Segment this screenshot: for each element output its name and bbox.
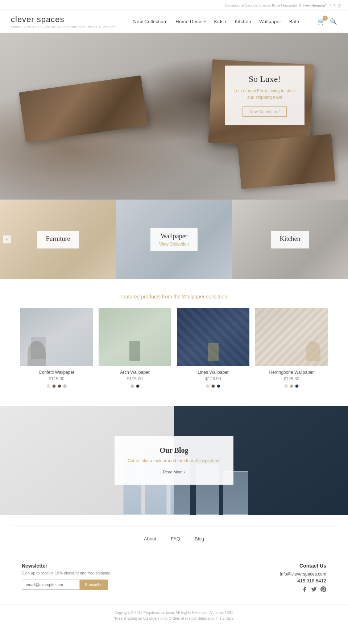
facebook-icon[interactable]: / [330, 2, 331, 8]
twitter-icon[interactable]: t [334, 2, 336, 8]
contact-email: info@cleverspaces.com [280, 572, 326, 577]
product-image-herringbone [255, 308, 328, 366]
top-bar-text: Exceptional Service, Lowest Price Guaran… [225, 3, 327, 7]
footer-nav-about[interactable]: About [144, 536, 156, 541]
copyright-line1: Copyright © 2016 Propitious Jackson. All… [11, 610, 337, 616]
featured-heading-link[interactable]: Wallpaper [182, 294, 205, 300]
blog-section: Our Blog Come take a look around for ide… [0, 406, 348, 515]
product-card-lines[interactable]: Lines Wallpaper $126.50 [177, 308, 249, 388]
cart-badge: 1 [323, 16, 328, 21]
blog-read-more-link[interactable]: Read More › [163, 470, 185, 474]
cart-icon[interactable]: 🛒 1 [318, 18, 326, 26]
featured-heading: Featured products from the Wallpaper col… [11, 294, 337, 300]
logo-title: clever spaces [11, 15, 115, 24]
hero-title: So Luxe! [232, 74, 297, 84]
product-colors-lines [177, 384, 249, 388]
product-image-arch [99, 308, 171, 366]
category-kitchen-label: Kitchen [271, 231, 309, 248]
newsletter-title: Newsletter [22, 563, 112, 569]
color-dot[interactable] [206, 384, 210, 388]
product-price-lines: $126.50 [177, 376, 249, 381]
product-colors-herringbone [255, 384, 328, 388]
color-dot[interactable] [136, 384, 140, 388]
product-card-arch[interactable]: Arch Wallpaper $115.00 [99, 308, 171, 388]
newsletter-email-input[interactable] [22, 580, 80, 590]
newsletter-section: Newsletter Sign up to receive 10% discou… [22, 563, 112, 594]
category-kitchen[interactable]: Kitchen [232, 200, 348, 279]
nav-kids-arrow: ▾ [225, 20, 227, 24]
blog-subtitle: Come take a look around for ideas & insp… [128, 457, 220, 464]
color-dot[interactable] [295, 384, 299, 388]
blog-overlay: Our Blog Come take a look around for ide… [115, 436, 233, 485]
footer-bottom: Newsletter Sign up to receive 10% discou… [0, 552, 348, 605]
color-dot[interactable] [217, 384, 220, 388]
pinterest-icon[interactable]: p [339, 2, 341, 8]
newsletter-form: Subscribe [22, 580, 112, 590]
color-dot[interactable] [52, 384, 56, 388]
color-dot[interactable] [130, 384, 134, 388]
newsletter-subtitle: Sign up to receive 10% discount and free… [22, 571, 112, 575]
category-wallpaper-title: Wallpaper [159, 233, 189, 240]
hero-cta-button[interactable]: New Collection! [243, 106, 287, 117]
category-furniture[interactable]: ‹ Furniture [0, 200, 116, 279]
featured-heading-prefix: Featured products from the [119, 294, 181, 300]
nav-kitchen[interactable]: Kitchen [235, 19, 251, 24]
nav-home-decor-arrow: ▾ [204, 20, 206, 24]
contact-section: Contact Us info@cleverspaces.com 415.318… [280, 563, 326, 594]
category-furniture-label: Furniture [37, 231, 79, 248]
logo-area[interactable]: clever spaces FERM LIVING'S OFFICIAL RET… [11, 15, 115, 28]
color-dot[interactable] [211, 384, 215, 388]
color-dot[interactable] [290, 384, 293, 388]
nav-wallpaper[interactable]: Wallpaper [259, 19, 281, 24]
footer-nav: About FAQ Blog [11, 526, 337, 552]
product-name-herringbone: Herringbone Wallpaper [255, 370, 328, 375]
category-prev-arrow[interactable]: ‹ [3, 235, 11, 243]
category-wallpaper[interactable]: Wallpaper View Collection [116, 200, 232, 279]
hero-overlay: So Luxe! Lots of new Ferm Living in stoc… [225, 66, 304, 125]
category-furniture-title: Furniture [46, 235, 70, 243]
nav-bath[interactable]: Bath [289, 19, 299, 24]
color-dot[interactable] [47, 384, 50, 388]
newsletter-subscribe-button[interactable]: Subscribe [80, 580, 108, 590]
contact-facebook-icon[interactable] [302, 586, 307, 594]
product-name-arch: Arch Wallpaper [99, 370, 171, 375]
contact-pinterest-icon[interactable] [320, 586, 326, 594]
color-dot[interactable] [63, 384, 67, 388]
copyright-section: Copyright © 2016 Propitious Jackson. All… [0, 605, 348, 629]
contact-title: Contact Us [280, 563, 326, 569]
category-strip: ‹ Furniture Wallpaper View Collection Ki… [0, 200, 348, 279]
contact-socials [280, 586, 326, 594]
nav-home-decor[interactable]: Home Decor ▾ [175, 19, 206, 24]
category-wallpaper-link[interactable]: View Collection [159, 242, 189, 247]
color-dot[interactable] [58, 384, 61, 388]
hero-board-3 [237, 134, 335, 189]
products-grid: Confetti Wallpaper $115.00 Arch Wallpape… [11, 308, 337, 388]
logo-subtitle: FERM LIVING'S OFFICIAL RETAIL PARTNER FO… [11, 25, 115, 28]
nav-kids[interactable]: Kids ▾ [214, 19, 227, 24]
hero-subtitle: Lots of new Ferm Living in stock and shi… [232, 88, 297, 101]
product-price-arch: $115.00 [99, 376, 171, 381]
featured-section: Featured products from the Wallpaper col… [0, 279, 348, 395]
product-colors-confetti [20, 384, 93, 388]
search-icon[interactable]: 🔍 [330, 18, 337, 25]
category-wallpaper-label: Wallpaper View Collection [150, 228, 198, 251]
copyright-line2: *Free shipping on US orders only. Orders… [11, 616, 337, 622]
main-nav: New Collection! Home Decor ▾ Kids ▾ Kitc… [133, 19, 299, 24]
top-bar: Exceptional Service, Lowest Price Guaran… [0, 0, 348, 11]
color-dot[interactable] [284, 384, 288, 388]
blog-title: Our Blog [128, 446, 220, 455]
nav-new-collection[interactable]: New Collection! [133, 19, 168, 24]
hero-banner: So Luxe! Lots of new Ferm Living in stoc… [0, 33, 348, 200]
footer-nav-faq[interactable]: FAQ [171, 536, 180, 541]
contact-phone: 415.318.6412 [280, 578, 326, 584]
featured-heading-suffix: collection. [206, 294, 228, 300]
product-price-herringbone: $126.50 [255, 376, 328, 381]
product-card-confetti[interactable]: Confetti Wallpaper $115.00 [20, 308, 93, 388]
product-image-confetti [20, 308, 93, 366]
category-kitchen-title: Kitchen [280, 235, 301, 243]
contact-twitter-icon[interactable] [311, 586, 317, 594]
product-name-confetti: Confetti Wallpaper [20, 370, 93, 375]
product-price-confetti: $115.00 [20, 376, 93, 381]
product-card-herringbone[interactable]: Herringbone Wallpaper $126.50 [255, 308, 328, 388]
footer-nav-blog[interactable]: Blog [195, 536, 204, 541]
